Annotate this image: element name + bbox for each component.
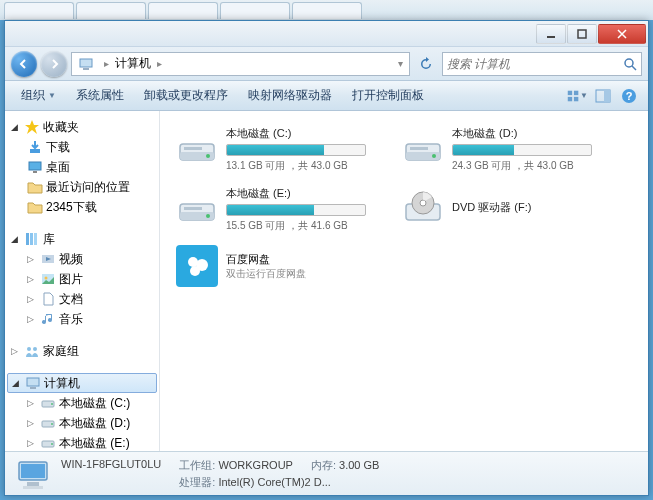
expand-icon[interactable]: ▷ [27,314,37,324]
breadcrumb-sep-icon: ▸ [98,58,115,69]
preview-pane-button[interactable] [592,85,614,107]
svg-rect-1 [578,30,586,38]
svg-rect-24 [27,378,39,386]
navigation-bar: ▸ 计算机 ▸ ▾ [5,47,648,81]
refresh-button[interactable] [414,53,438,75]
svg-point-34 [206,154,210,158]
organize-menu[interactable]: 组织▼ [13,84,64,107]
computer-icon [25,375,41,391]
folder-icon [27,199,43,215]
drive-name: 本地磁盘 (D:) [452,126,608,141]
app-subtitle: 双击运行百度网盘 [226,267,306,281]
expand-icon[interactable]: ▷ [27,398,37,408]
svg-rect-43 [184,207,202,210]
video-icon [40,251,56,267]
search-box[interactable] [442,52,642,76]
tree-recent[interactable]: 最近访问的位置 [5,177,159,197]
expand-icon[interactable]: ▷ [27,294,37,304]
expand-icon[interactable]: ▷ [27,254,37,264]
tree-2345-downloads[interactable]: 2345下载 [5,197,159,217]
drive-icon [402,128,444,170]
svg-point-31 [51,443,53,445]
content-pane: 本地磁盘 (C:) 13.1 GB 可用 ，共 43.0 GB 本地磁盘 (D:… [160,111,648,451]
breadcrumb-dropdown-icon[interactable]: ▾ [394,58,407,69]
view-options-button[interactable]: ▼ [566,85,588,107]
tree-drive-d[interactable]: ▷本地磁盘 (D:) [5,413,159,433]
tree-label: 2345下载 [46,199,97,216]
tree-label: 视频 [59,251,83,268]
tree-documents[interactable]: ▷文档 [5,289,159,309]
drive-icon [176,128,218,170]
expand-icon[interactable]: ◢ [11,234,21,244]
tree-drive-c[interactable]: ▷本地磁盘 (C:) [5,393,159,413]
svg-rect-2 [80,59,92,67]
map-network-drive-button[interactable]: 映射网络驱动器 [240,84,340,107]
svg-rect-52 [27,482,39,486]
music-icon [40,311,56,327]
baidu-netdisk-item[interactable]: 百度网盘双击运行百度网盘 [174,241,384,291]
tree-label: 计算机 [44,375,80,392]
expand-icon[interactable]: ◢ [11,122,21,132]
computer-icon [15,456,51,492]
drive-usage-bar [226,204,366,216]
expand-icon[interactable]: ▷ [27,274,37,284]
tree-label: 文档 [59,291,83,308]
uninstall-programs-button[interactable]: 卸载或更改程序 [136,84,236,107]
drive-item[interactable]: 本地磁盘 (C:) 13.1 GB 可用 ，共 43.0 GB [174,121,384,177]
window-titlebar [5,21,648,47]
homegroup-icon [24,343,40,359]
dvd-drive-item[interactable]: DVD 驱动器 (F:) [400,181,610,237]
tree-label: 最近访问的位置 [46,179,130,196]
tree-computer[interactable]: ◢ 计算机 [7,373,157,393]
tree-label: 收藏夹 [43,119,79,136]
tree-drive-e[interactable]: ▷本地磁盘 (E:) [5,433,159,451]
tree-music[interactable]: ▷音乐 [5,309,159,329]
minimize-button[interactable] [536,24,566,44]
close-button[interactable] [598,24,646,44]
tree-downloads[interactable]: 下载 [5,137,159,157]
download-icon [27,139,43,155]
command-bar: 组织▼ 系统属性 卸载或更改程序 映射网络驱动器 打开控制面板 ▼ ? [5,81,648,111]
help-button[interactable]: ? [618,85,640,107]
explorer-window: ▸ 计算机 ▸ ▾ 组织▼ 系统属性 卸载或更改程序 映射网络驱动器 打开控制面… [4,20,649,496]
svg-rect-15 [33,171,37,173]
tree-homegroup[interactable]: ▷家庭组 [5,341,159,361]
open-control-panel-button[interactable]: 打开控制面板 [344,84,432,107]
search-input[interactable] [447,57,623,71]
drive-usage-bar [452,144,592,156]
svg-rect-6 [574,90,578,94]
tree-label: 图片 [59,271,83,288]
background-browser-tabs [0,0,653,20]
svg-rect-35 [184,147,202,150]
expand-icon[interactable]: ▷ [11,346,21,356]
svg-text:?: ? [626,90,633,102]
tree-favorites[interactable]: ◢ 收藏夹 [5,117,159,137]
drive-item[interactable]: 本地磁盘 (E:) 15.5 GB 可用 ，共 41.6 GB [174,181,384,237]
expand-icon[interactable]: ◢ [12,378,22,388]
svg-rect-16 [26,233,29,245]
tree-pictures[interactable]: ▷图片 [5,269,159,289]
breadcrumb[interactable]: ▸ 计算机 ▸ ▾ [71,52,410,76]
maximize-button[interactable] [567,24,597,44]
expand-icon[interactable]: ▷ [27,438,37,448]
svg-point-29 [51,423,53,425]
tree-libraries[interactable]: ◢ 库 [5,229,159,249]
back-button[interactable] [11,51,37,77]
expand-icon[interactable]: ▷ [27,418,37,428]
tree-videos[interactable]: ▷视频 [5,249,159,269]
svg-point-42 [206,214,210,218]
breadcrumb-item[interactable]: 计算机 [115,55,151,72]
svg-rect-13 [30,149,40,153]
system-properties-button[interactable]: 系统属性 [68,84,132,107]
tree-label: 本地磁盘 (C:) [59,395,130,412]
drive-stats: 24.3 GB 可用 ，共 43.0 GB [452,159,608,173]
svg-point-4 [625,59,633,67]
tree-desktop[interactable]: 桌面 [5,157,159,177]
baidu-icon [176,245,218,287]
star-icon [24,119,40,135]
drive-icon [40,415,56,431]
svg-rect-17 [30,233,33,245]
forward-button[interactable] [41,51,67,77]
breadcrumb-sep-icon: ▸ [151,58,168,69]
drive-item[interactable]: 本地磁盘 (D:) 24.3 GB 可用 ，共 43.0 GB [400,121,610,177]
